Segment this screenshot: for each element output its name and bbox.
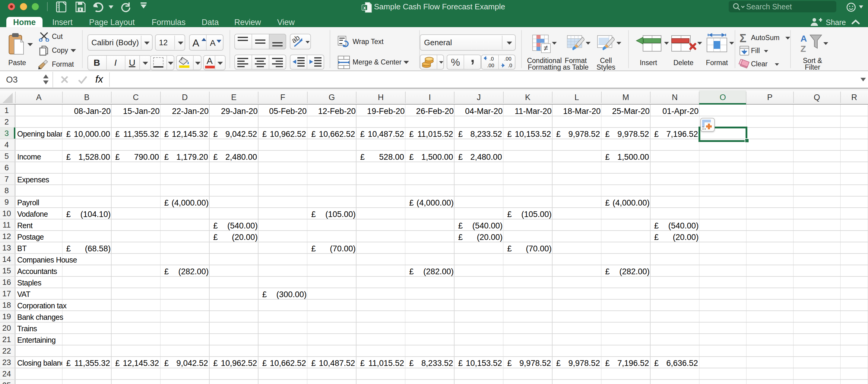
svg-text:A: A	[801, 33, 807, 43]
svg-text:Z: Z	[801, 44, 806, 53]
svg-text:ab: ab	[292, 35, 301, 44]
svg-text:x: x	[364, 5, 366, 10]
svg-text:≠: ≠	[544, 43, 548, 53]
